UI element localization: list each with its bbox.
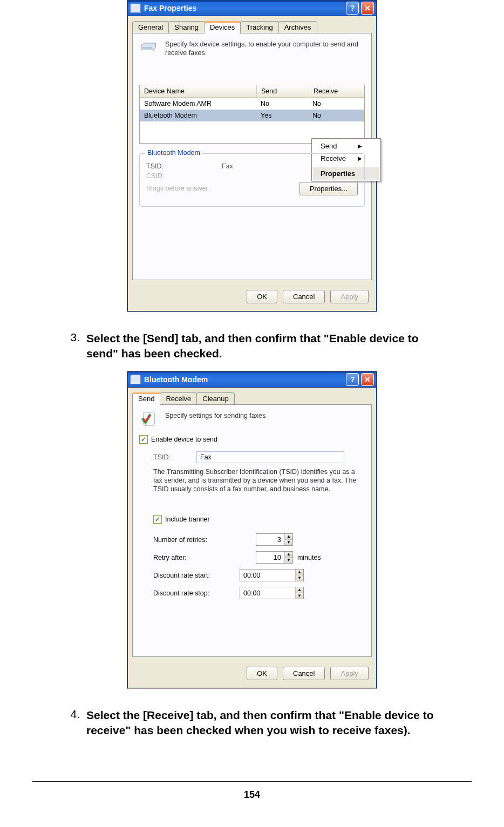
fax-device-icon: [139, 40, 159, 55]
device-details-group: Bluetooth Modem TSID:Fax CSID: Rings bef…: [139, 153, 365, 207]
spin-up-icon[interactable]: ▲: [296, 587, 303, 593]
step-text: Select the [Receive] tab, and then confi…: [86, 708, 450, 738]
enable-send-checkbox[interactable]: Enable device to send: [139, 435, 365, 444]
ok-button[interactable]: OK: [247, 290, 277, 303]
tsid-label: TSID:: [153, 453, 196, 461]
discount-stop-spinner[interactable]: ▲▼: [240, 587, 304, 599]
step-3: 3. Select the [Send] tab, and then confi…: [66, 331, 450, 362]
cancel-button[interactable]: Cancel: [283, 290, 325, 303]
tab-panel: Specify settings for sending faxes Enabl…: [132, 404, 372, 657]
tab-panel: Specify fax device settings, to enable y…: [132, 33, 372, 280]
spin-down-icon[interactable]: ▼: [285, 540, 292, 545]
csid-label: CSID:: [146, 172, 222, 180]
title-text: Bluetooth Modem: [144, 375, 344, 384]
tab-sharing[interactable]: Sharing: [168, 21, 205, 33]
dialog-buttons: OK Cancel Apply: [128, 284, 376, 311]
svg-rect-0: [142, 47, 152, 49]
spin-up-icon[interactable]: ▲: [285, 552, 292, 558]
checkbox-icon: [139, 435, 148, 444]
col-device-name[interactable]: Device Name: [140, 85, 257, 97]
properties-button[interactable]: Properties...: [299, 182, 358, 195]
help-button[interactable]: ?: [346, 373, 359, 386]
retries-label: Number of retries:: [153, 536, 256, 544]
spin-up-icon[interactable]: ▲: [285, 534, 292, 540]
check-document-icon: [139, 411, 159, 426]
spin-down-icon[interactable]: ▼: [296, 575, 303, 581]
step-number: 3.: [66, 331, 80, 362]
tsid-value: Fax: [222, 162, 233, 170]
checkbox-icon: [153, 515, 162, 524]
tab-general[interactable]: General: [132, 21, 169, 33]
apply-button[interactable]: Apply: [330, 290, 369, 303]
chevron-right-icon: ▶: [358, 143, 362, 149]
tab-send[interactable]: Send: [132, 392, 160, 405]
step-number: 4.: [66, 708, 80, 738]
dialog-buttons: OK Cancel Apply: [128, 661, 376, 688]
step-text: Select the [Send] tab, and then confirm …: [86, 331, 450, 362]
retry-after-unit: minutes: [297, 554, 321, 561]
tsid-label: TSID:: [146, 162, 222, 170]
discount-start-label: Discount rate start:: [153, 572, 240, 579]
tab-strip: General Sharing Devices Tracking Archive…: [128, 16, 376, 33]
tab-tracking[interactable]: Tracking: [240, 21, 278, 33]
titlebar[interactable]: Fax Properties ? ✕: [128, 1, 376, 16]
table-row[interactable]: Software Modem AMR No No: [140, 98, 364, 110]
bluetooth-modem-dialog: Bluetooth Modem ? ✕ Send Receive Cleanup…: [127, 371, 377, 688]
modem-icon: [130, 375, 141, 384]
table-row[interactable]: Bluetooth Modem Yes No: [140, 110, 364, 121]
include-banner-checkbox[interactable]: Include banner: [153, 515, 365, 524]
close-button[interactable]: ✕: [361, 2, 374, 15]
cancel-button[interactable]: Cancel: [283, 667, 325, 680]
tab-receive[interactable]: Receive: [160, 392, 197, 405]
tsid-input[interactable]: [196, 451, 344, 463]
retries-spinner[interactable]: ▲▼: [256, 533, 293, 546]
discount-start-spinner[interactable]: ▲▼: [240, 569, 304, 581]
tab-strip: Send Receive Cleanup: [128, 388, 376, 404]
ok-button[interactable]: OK: [247, 667, 277, 680]
spin-down-icon[interactable]: ▼: [285, 558, 292, 563]
apply-button[interactable]: Apply: [330, 667, 369, 680]
spin-up-icon[interactable]: ▲: [296, 570, 303, 575]
col-receive[interactable]: Receive: [309, 85, 361, 97]
help-button[interactable]: ?: [346, 2, 359, 15]
fax-icon: [130, 3, 141, 13]
tab-devices[interactable]: Devices: [204, 21, 241, 33]
col-send[interactable]: Send: [257, 85, 309, 97]
group-legend: Bluetooth Modem: [145, 149, 202, 157]
ctx-send[interactable]: Send▶: [313, 140, 379, 152]
tab-archives[interactable]: Archives: [278, 21, 317, 33]
page-number: 154: [32, 781, 472, 801]
tab-cleanup[interactable]: Cleanup: [196, 392, 234, 405]
tsid-description: The Transmitting Subscriber Identificati…: [153, 467, 358, 494]
title-text: Fax Properties: [144, 4, 344, 12]
discount-stop-label: Discount rate stop:: [153, 589, 240, 597]
device-table: Device Name Send Receive Software Modem …: [139, 85, 365, 144]
close-button[interactable]: ✕: [361, 373, 374, 386]
rings-label: Rings before answer:: [146, 185, 210, 192]
fax-properties-dialog: Fax Properties ? ✕ General Sharing Devic…: [127, 0, 377, 311]
info-text: Specify fax device settings, to enable y…: [165, 40, 365, 58]
retry-after-label: Retry after:: [153, 554, 256, 561]
titlebar[interactable]: Bluetooth Modem ? ✕: [128, 372, 376, 388]
info-text: Specify settings for sending faxes: [165, 411, 265, 420]
spin-down-icon[interactable]: ▼: [296, 593, 303, 599]
step-4: 4. Select the [Receive] tab, and then co…: [66, 708, 450, 738]
retry-after-spinner[interactable]: ▲▼: [256, 551, 293, 564]
